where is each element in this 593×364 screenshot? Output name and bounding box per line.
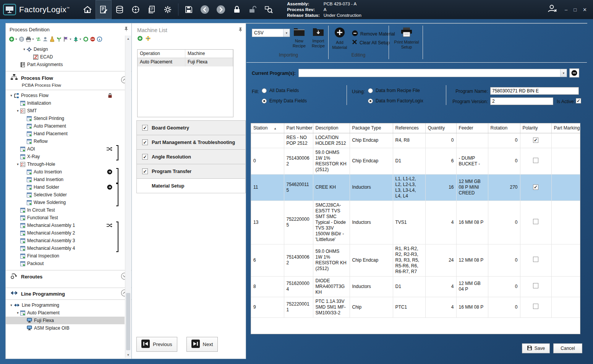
scrollbar-thumb[interactable] bbox=[126, 293, 130, 350]
tree-item-auto-placement[interactable]: ▾Auto Placement bbox=[6, 309, 125, 317]
is-active-checkbox[interactable] bbox=[576, 98, 581, 104]
audit-icon[interactable] bbox=[261, 0, 277, 19]
column-header-feeder[interactable]: Feeder bbox=[456, 123, 488, 133]
column-header-rotation[interactable]: Rotation bbox=[488, 123, 520, 133]
tree-item-stencil-printing[interactable]: Stencil Printing bbox=[6, 115, 125, 122]
vertical-scrollbar[interactable]: ▲ ▼ bbox=[125, 36, 131, 358]
polarity-checkbox[interactable] bbox=[533, 138, 538, 143]
column-header-part-marking[interactable]: Part Marking bbox=[551, 123, 580, 133]
column-header-description[interactable]: Description bbox=[313, 123, 350, 133]
expander-icon[interactable]: ▾ bbox=[9, 94, 14, 97]
plant-icon[interactable] bbox=[56, 36, 62, 42]
column-header-references[interactable]: References bbox=[393, 123, 425, 133]
column-header-machine[interactable]: Machine bbox=[185, 50, 233, 58]
tree-item-ecad[interactable]: ECAD bbox=[6, 53, 125, 61]
tree-item-wave-soldering[interactable]: Wave Soldering bbox=[6, 199, 125, 206]
tree-item-in-circuit-test[interactable]: In Circuit Test bbox=[6, 206, 125, 214]
tree-item-through-hole[interactable]: ▾Through-Hole bbox=[6, 160, 125, 168]
radio-icon[interactable] bbox=[368, 99, 373, 104]
column-header-polarity[interactable]: Polarity bbox=[520, 123, 551, 133]
navigation-icon[interactable] bbox=[128, 0, 144, 19]
new-recipe-button[interactable]: New Recipe bbox=[290, 27, 308, 49]
production-icon[interactable] bbox=[112, 0, 128, 19]
flask-icon[interactable] bbox=[49, 36, 55, 42]
chevron-down-icon[interactable]: ▼ bbox=[15, 38, 18, 40]
documents-icon[interactable] bbox=[144, 0, 160, 19]
tab-checkbox[interactable] bbox=[142, 168, 148, 174]
tab-program-transfer[interactable]: Program Transfer bbox=[136, 164, 246, 179]
reroutes-section[interactable]: Reroutes bbox=[6, 270, 131, 283]
settings-icon[interactable] bbox=[160, 0, 176, 19]
tree-item-fuji-flexa[interactable]: Fuji Flexa bbox=[6, 317, 125, 324]
info-icon[interactable] bbox=[97, 36, 102, 42]
polarity-checkbox[interactable] bbox=[533, 257, 538, 262]
tab-board-geometry[interactable]: Board Geometry bbox=[136, 120, 246, 135]
material-row[interactable]: 6751430006259.0 OHMS 1W 1% RESISTOR KH (… bbox=[251, 244, 580, 276]
tree-item-auto-insertion[interactable]: Auto Insertion bbox=[6, 168, 125, 176]
remove-program-button[interactable] bbox=[569, 68, 579, 78]
radio-data-from-recipe-file[interactable]: Data from Recipe File bbox=[368, 88, 420, 93]
minimize-button[interactable]: – bbox=[565, 7, 567, 13]
tab-checkbox[interactable] bbox=[142, 125, 148, 131]
tree-item-functional-test[interactable]: Functional Test bbox=[6, 214, 125, 222]
tree-item-smt[interactable]: ▾SMT bbox=[6, 107, 125, 115]
column-header-quantity[interactable]: Quantity bbox=[425, 123, 456, 133]
tree-item-mechanical-assembly-1[interactable]: Mechanical Assembly 1 bbox=[6, 222, 125, 229]
add-material-button[interactable]: Add Material bbox=[331, 27, 349, 50]
column-header-part-number[interactable]: Part Number bbox=[284, 123, 313, 133]
tree-item-selective-solder[interactable]: Selective Solder bbox=[6, 191, 125, 199]
material-row[interactable]: 0751430006259.0 OHMS 1W 1% RESISTOR KH (… bbox=[251, 148, 580, 174]
radio-icon[interactable] bbox=[262, 88, 267, 93]
tree-item-packout[interactable]: Packout bbox=[6, 260, 125, 267]
process-definition-icon[interactable] bbox=[96, 0, 112, 19]
tree-item-part-assignments[interactable]: Part Assignments bbox=[6, 61, 125, 68]
maximize-button[interactable]: □ bbox=[574, 7, 577, 13]
process-flow-section[interactable]: Process Flow PCBA Process Flow bbox=[6, 71, 131, 90]
chevron-down-icon[interactable]: ▼ bbox=[69, 38, 72, 40]
close-button[interactable]: ✕ bbox=[583, 7, 587, 13]
pin-icon[interactable] bbox=[124, 26, 128, 32]
tab-checkbox[interactable] bbox=[142, 154, 148, 160]
polarity-checkbox[interactable] bbox=[533, 219, 538, 224]
program-version-input[interactable] bbox=[490, 97, 553, 105]
material-row[interactable]: 137522200005SMCJ28CA-E3/57T TVS SMT SMC … bbox=[251, 201, 580, 244]
previous-button[interactable]: Previous bbox=[136, 337, 177, 352]
tree-item-line-programming[interactable]: ▾Line Programming bbox=[6, 301, 125, 309]
tree-item-hand-solder[interactable]: Hand Solder bbox=[6, 183, 125, 191]
tree-item-hand-placement[interactable]: Hand Placement bbox=[6, 130, 125, 138]
program-name-input[interactable] bbox=[490, 87, 579, 95]
expander-icon[interactable]: ▾ bbox=[15, 109, 20, 113]
expander-icon[interactable]: ▾ bbox=[15, 311, 20, 315]
pin-icon[interactable] bbox=[238, 27, 243, 33]
material-row[interactable]: RES - NO POP 2512LOCATION HOLDER 2512Chi… bbox=[251, 133, 580, 148]
tab-checkbox[interactable] bbox=[142, 139, 148, 145]
tree-item-mechanical-assembly-2[interactable]: Mechanical Assembly 2 bbox=[6, 229, 125, 237]
polarity-checkbox[interactable] bbox=[533, 184, 538, 190]
unlock-icon[interactable] bbox=[245, 0, 261, 19]
line-programming-section[interactable]: Line Programming bbox=[6, 288, 131, 300]
globe-icon[interactable] bbox=[19, 36, 24, 42]
print-material-setup-button[interactable]: Print Material Setup bbox=[393, 27, 420, 50]
scroll-up-icon[interactable]: ▲ bbox=[125, 36, 131, 42]
expander-icon[interactable]: ▾ bbox=[15, 162, 20, 166]
next-button[interactable]: Next bbox=[186, 337, 218, 352]
flag-icon[interactable]: ▼ bbox=[63, 36, 72, 42]
save-icon[interactable] bbox=[181, 0, 197, 19]
radio-icon[interactable] bbox=[368, 88, 373, 93]
save-button[interactable]: Save bbox=[522, 343, 550, 353]
material-row[interactable]: 87516200004DIODE MRA4007T3G KHInductorsD… bbox=[251, 276, 580, 297]
chevron-down-icon[interactable]: ▼ bbox=[32, 38, 34, 40]
radio-empty-data-fields[interactable]: Empty Data Fields bbox=[262, 98, 307, 104]
tab-material-setup[interactable]: Material Setup bbox=[136, 178, 246, 193]
user-icon[interactable] bbox=[42, 36, 48, 42]
tree-item-design[interactable]: ▾Design bbox=[6, 45, 125, 53]
tree-item-asm-siplace-oib[interactable]: ASM Siplace OIB bbox=[6, 324, 125, 332]
material-row[interactable]: 117546200115CREE KHInductorsL1, L1-L2, L… bbox=[251, 174, 580, 201]
chevron-down-icon[interactable]: ▼ bbox=[560, 69, 567, 77]
expander-icon[interactable]: ▾ bbox=[22, 47, 27, 51]
add-icon[interactable]: ▼ bbox=[9, 36, 18, 42]
chevron-down-icon[interactable]: ▼ bbox=[79, 38, 82, 40]
column-header-operation[interactable]: Operation bbox=[138, 50, 185, 58]
chevron-down-icon[interactable]: ▼ bbox=[283, 29, 290, 37]
material-row[interactable]: 97522200011PTC 1.1A 33V SMD SM1 MF-SM100… bbox=[251, 297, 580, 317]
